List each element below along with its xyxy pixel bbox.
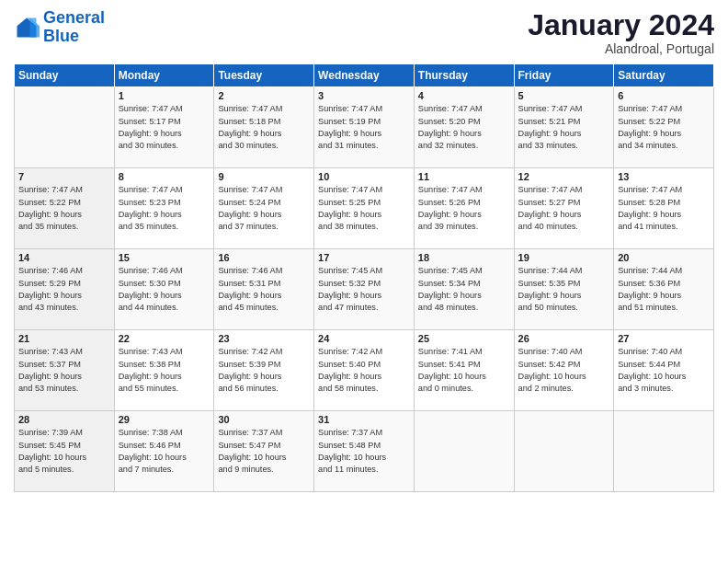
day-info: Sunrise: 7:40 AMSunset: 5:42 PMDaylight:… <box>518 346 610 395</box>
page: General Blue January 2024 Alandroal, Por… <box>0 0 728 563</box>
day-number: 22 <box>119 333 210 344</box>
day-number: 30 <box>218 414 310 425</box>
weekday-header-tuesday: Tuesday <box>214 64 314 87</box>
day-info: Sunrise: 7:41 AMSunset: 5:41 PMDaylight:… <box>418 346 510 395</box>
calendar-week-1: 1Sunrise: 7:47 AMSunset: 5:17 PMDaylight… <box>15 87 714 168</box>
day-info: Sunrise: 7:44 AMSunset: 5:36 PMDaylight:… <box>618 265 710 314</box>
day-number: 18 <box>418 252 510 263</box>
calendar-cell: 6Sunrise: 7:47 AMSunset: 5:22 PMDaylight… <box>614 87 714 168</box>
calendar-cell: 24Sunrise: 7:42 AMSunset: 5:40 PMDayligh… <box>314 330 415 411</box>
calendar-cell: 16Sunrise: 7:46 AMSunset: 5:31 PMDayligh… <box>214 249 314 330</box>
calendar-cell: 10Sunrise: 7:47 AMSunset: 5:25 PMDayligh… <box>314 168 415 249</box>
day-info: Sunrise: 7:47 AMSunset: 5:26 PMDaylight:… <box>418 184 510 233</box>
location-title: Alandroal, Portugal <box>528 41 714 56</box>
calendar-cell: 27Sunrise: 7:40 AMSunset: 5:44 PMDayligh… <box>614 330 714 411</box>
day-number: 16 <box>218 252 310 263</box>
calendar-cell: 23Sunrise: 7:42 AMSunset: 5:39 PMDayligh… <box>214 330 314 411</box>
day-number: 8 <box>119 171 210 182</box>
calendar-cell: 30Sunrise: 7:37 AMSunset: 5:47 PMDayligh… <box>214 411 314 492</box>
day-number: 17 <box>318 252 410 263</box>
day-number: 12 <box>518 171 610 182</box>
calendar-cell: 18Sunrise: 7:45 AMSunset: 5:34 PMDayligh… <box>414 249 514 330</box>
day-number: 3 <box>318 90 410 101</box>
calendar-week-4: 21Sunrise: 7:43 AMSunset: 5:37 PMDayligh… <box>15 330 714 411</box>
day-info: Sunrise: 7:47 AMSunset: 5:19 PMDaylight:… <box>318 103 410 152</box>
day-info: Sunrise: 7:47 AMSunset: 5:22 PMDaylight:… <box>18 184 110 233</box>
logo-general: General <box>43 8 105 27</box>
calendar-cell: 12Sunrise: 7:47 AMSunset: 5:27 PMDayligh… <box>514 168 614 249</box>
calendar-cell: 7Sunrise: 7:47 AMSunset: 5:22 PMDaylight… <box>15 168 115 249</box>
calendar-cell <box>614 411 714 492</box>
day-number: 29 <box>119 414 210 425</box>
weekday-header-thursday: Thursday <box>414 64 514 87</box>
calendar-cell: 2Sunrise: 7:47 AMSunset: 5:18 PMDaylight… <box>214 87 314 168</box>
day-number: 4 <box>418 90 510 101</box>
day-info: Sunrise: 7:46 AMSunset: 5:31 PMDaylight:… <box>218 265 310 314</box>
day-number: 15 <box>119 252 210 263</box>
calendar-week-3: 14Sunrise: 7:46 AMSunset: 5:29 PMDayligh… <box>15 249 714 330</box>
day-info: Sunrise: 7:47 AMSunset: 5:24 PMDaylight:… <box>218 184 310 233</box>
logo: General Blue <box>14 9 105 46</box>
day-info: Sunrise: 7:47 AMSunset: 5:22 PMDaylight:… <box>618 103 710 152</box>
calendar-cell: 3Sunrise: 7:47 AMSunset: 5:19 PMDaylight… <box>314 87 415 168</box>
day-info: Sunrise: 7:37 AMSunset: 5:48 PMDaylight:… <box>318 427 410 476</box>
day-info: Sunrise: 7:45 AMSunset: 5:32 PMDaylight:… <box>318 265 410 314</box>
day-number: 9 <box>218 171 310 182</box>
day-info: Sunrise: 7:46 AMSunset: 5:30 PMDaylight:… <box>119 265 210 314</box>
calendar-cell: 9Sunrise: 7:47 AMSunset: 5:24 PMDaylight… <box>214 168 314 249</box>
day-number: 31 <box>318 414 410 425</box>
weekday-header-saturday: Saturday <box>614 64 714 87</box>
calendar-cell: 21Sunrise: 7:43 AMSunset: 5:37 PMDayligh… <box>15 330 115 411</box>
day-info: Sunrise: 7:43 AMSunset: 5:38 PMDaylight:… <box>119 346 210 395</box>
weekday-header-wednesday: Wednesday <box>314 64 415 87</box>
day-number: 14 <box>18 252 110 263</box>
weekday-header-sunday: Sunday <box>15 64 115 87</box>
calendar-cell: 29Sunrise: 7:38 AMSunset: 5:46 PMDayligh… <box>114 411 214 492</box>
day-number: 10 <box>318 171 410 182</box>
day-number: 5 <box>518 90 610 101</box>
day-info: Sunrise: 7:47 AMSunset: 5:18 PMDaylight:… <box>218 103 310 152</box>
weekday-header-row: SundayMondayTuesdayWednesdayThursdayFrid… <box>15 64 714 87</box>
day-info: Sunrise: 7:47 AMSunset: 5:27 PMDaylight:… <box>518 184 610 233</box>
day-number: 2 <box>218 90 310 101</box>
calendar-cell: 25Sunrise: 7:41 AMSunset: 5:41 PMDayligh… <box>414 330 514 411</box>
day-number: 27 <box>618 333 710 344</box>
calendar-cell: 13Sunrise: 7:47 AMSunset: 5:28 PMDayligh… <box>614 168 714 249</box>
logo-blue: Blue <box>43 27 79 45</box>
calendar-cell <box>514 411 614 492</box>
day-info: Sunrise: 7:39 AMSunset: 5:45 PMDaylight:… <box>18 427 110 476</box>
day-number: 7 <box>18 171 110 182</box>
day-number: 6 <box>618 90 710 101</box>
weekday-header-monday: Monday <box>114 64 214 87</box>
day-info: Sunrise: 7:43 AMSunset: 5:37 PMDaylight:… <box>18 346 110 395</box>
title-block: January 2024 Alandroal, Portugal <box>528 9 714 56</box>
day-info: Sunrise: 7:44 AMSunset: 5:35 PMDaylight:… <box>518 265 610 314</box>
day-info: Sunrise: 7:42 AMSunset: 5:40 PMDaylight:… <box>318 346 410 395</box>
day-info: Sunrise: 7:47 AMSunset: 5:25 PMDaylight:… <box>318 184 410 233</box>
day-info: Sunrise: 7:38 AMSunset: 5:46 PMDaylight:… <box>119 427 210 476</box>
day-info: Sunrise: 7:47 AMSunset: 5:21 PMDaylight:… <box>518 103 610 152</box>
day-number: 24 <box>318 333 410 344</box>
header: General Blue January 2024 Alandroal, Por… <box>14 9 714 56</box>
calendar-cell: 17Sunrise: 7:45 AMSunset: 5:32 PMDayligh… <box>314 249 415 330</box>
day-info: Sunrise: 7:46 AMSunset: 5:29 PMDaylight:… <box>18 265 110 314</box>
day-number: 23 <box>218 333 310 344</box>
calendar-cell: 15Sunrise: 7:46 AMSunset: 5:30 PMDayligh… <box>114 249 214 330</box>
calendar-cell: 4Sunrise: 7:47 AMSunset: 5:20 PMDaylight… <box>414 87 514 168</box>
logo-icon <box>14 15 40 40</box>
calendar-cell: 8Sunrise: 7:47 AMSunset: 5:23 PMDaylight… <box>114 168 214 249</box>
day-info: Sunrise: 7:40 AMSunset: 5:44 PMDaylight:… <box>618 346 710 395</box>
day-number: 1 <box>119 90 210 101</box>
day-number: 21 <box>18 333 110 344</box>
day-number: 11 <box>418 171 510 182</box>
day-info: Sunrise: 7:37 AMSunset: 5:47 PMDaylight:… <box>218 427 310 476</box>
day-info: Sunrise: 7:47 AMSunset: 5:23 PMDaylight:… <box>119 184 210 233</box>
day-number: 13 <box>618 171 710 182</box>
day-info: Sunrise: 7:47 AMSunset: 5:28 PMDaylight:… <box>618 184 710 233</box>
day-info: Sunrise: 7:45 AMSunset: 5:34 PMDaylight:… <box>418 265 510 314</box>
calendar-cell: 20Sunrise: 7:44 AMSunset: 5:36 PMDayligh… <box>614 249 714 330</box>
day-number: 25 <box>418 333 510 344</box>
calendar-week-2: 7Sunrise: 7:47 AMSunset: 5:22 PMDaylight… <box>15 168 714 249</box>
calendar-cell <box>414 411 514 492</box>
day-info: Sunrise: 7:47 AMSunset: 5:17 PMDaylight:… <box>119 103 210 152</box>
